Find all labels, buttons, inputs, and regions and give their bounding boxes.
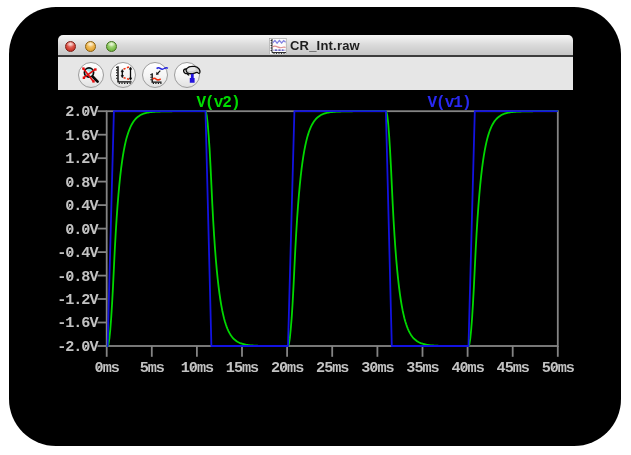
svg-text:0.4V: 0.4V xyxy=(65,197,99,215)
svg-text:-1.6V: -1.6V xyxy=(57,314,99,332)
svg-text:10ms: 10ms xyxy=(181,359,214,377)
svg-text:20ms: 20ms xyxy=(271,359,304,377)
svg-text:V(v1): V(v1) xyxy=(427,94,470,112)
svg-text:25ms: 25ms xyxy=(316,359,349,377)
svg-text:-1.2V: -1.2V xyxy=(57,291,99,309)
svg-text:1.6V: 1.6V xyxy=(65,127,99,145)
svg-text:V(v2): V(v2) xyxy=(196,94,239,112)
svg-text:35ms: 35ms xyxy=(406,359,439,377)
svg-text:-2.0V: -2.0V xyxy=(57,338,99,356)
svg-text:15ms: 15ms xyxy=(226,359,259,377)
svg-text:0.8V: 0.8V xyxy=(65,174,99,192)
svg-text:45ms: 45ms xyxy=(497,359,530,377)
svg-text:-0.4V: -0.4V xyxy=(57,244,99,262)
svg-text:50ms: 50ms xyxy=(542,359,575,377)
svg-text:5ms: 5ms xyxy=(140,359,165,377)
svg-text:2.0V: 2.0V xyxy=(65,103,99,121)
svg-text:1.2V: 1.2V xyxy=(65,150,99,168)
svg-text:40ms: 40ms xyxy=(451,359,484,377)
svg-text:0.0V: 0.0V xyxy=(65,221,99,239)
svg-text:30ms: 30ms xyxy=(361,359,394,377)
svg-text:-0.8V: -0.8V xyxy=(57,268,99,286)
